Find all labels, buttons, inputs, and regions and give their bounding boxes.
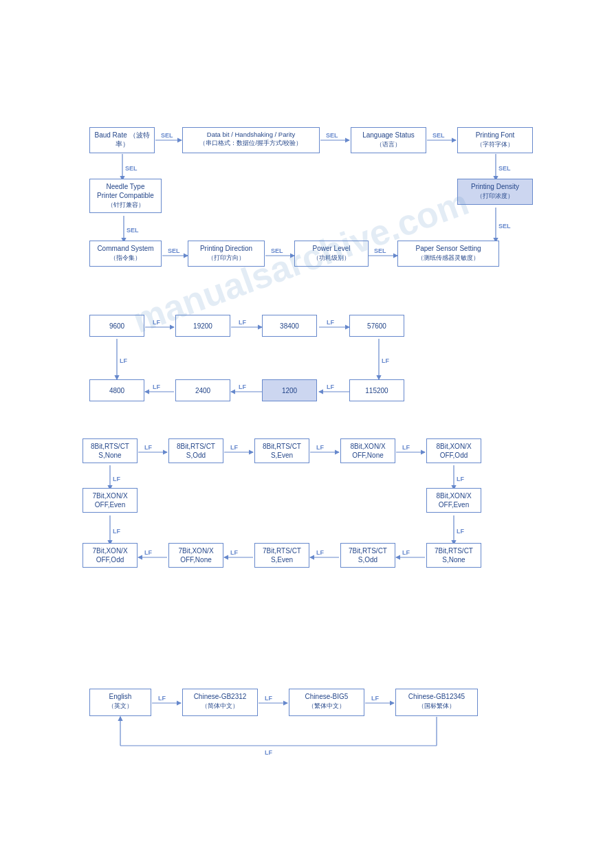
box-38400: 38400 — [262, 315, 317, 337]
box-data-bit: Data bit / Handshaking / Parity （串口格式：数据… — [182, 127, 320, 153]
svg-text:LF: LF — [316, 444, 324, 451]
box-d3: 8Bit,RTS/CTS,Even — [254, 438, 309, 463]
box-1200: 1200 — [262, 379, 317, 401]
svg-text:LF: LF — [113, 528, 120, 535]
svg-text:SEL: SEL — [168, 247, 180, 254]
svg-text:SEL: SEL — [271, 247, 283, 254]
box-power-level: Power Level（功耗级别） — [294, 241, 369, 267]
svg-text:LF: LF — [239, 319, 246, 326]
svg-text:LF: LF — [457, 476, 464, 482]
box-d5: 8Bit,XON/XOFF,Odd — [426, 438, 481, 463]
box-115200: 115200 — [349, 379, 404, 401]
box-d2: 8Bit,RTS/CTS,Odd — [168, 438, 223, 463]
svg-text:LF: LF — [316, 549, 324, 556]
box-2400: 2400 — [175, 379, 230, 401]
svg-text:SEL: SEL — [498, 223, 511, 230]
svg-text:LF: LF — [153, 319, 160, 326]
svg-text:LF: LF — [239, 383, 246, 390]
box-chinese-gb2312: Chinese-GB2312（简体中文） — [182, 689, 258, 716]
box-d8: 7Bit,XON/XOFF,Odd — [83, 543, 138, 568]
svg-text:LF: LF — [265, 749, 272, 756]
box-57600: 57600 — [349, 315, 404, 337]
box-english: English（英文） — [89, 689, 151, 716]
box-baud-rate: Baud Rate （波特率） — [89, 127, 155, 153]
svg-text:LF: LF — [158, 695, 166, 702]
svg-text:SEL: SEL — [374, 247, 386, 254]
svg-text:LF: LF — [327, 383, 334, 390]
svg-text:LF: LF — [144, 549, 152, 556]
box-language-status: Language Status（语言） — [351, 127, 426, 153]
svg-text:SEL: SEL — [326, 132, 338, 139]
svg-text:LF: LF — [371, 695, 379, 702]
box-command-system: Command System（指令集） — [89, 241, 162, 267]
svg-text:SEL: SEL — [127, 227, 139, 234]
svg-text:LF: LF — [230, 444, 238, 451]
box-d4: 8Bit,XON/XOFF,None — [340, 438, 395, 463]
svg-text:LF: LF — [230, 549, 238, 556]
box-4800: 4800 — [89, 379, 144, 401]
box-d1: 8Bit,RTS/CTS,None — [83, 438, 138, 463]
svg-text:SEL: SEL — [125, 165, 138, 172]
svg-text:LF: LF — [382, 357, 389, 364]
svg-text:LF: LF — [327, 319, 334, 326]
box-paper-sensor: Paper Sensor Setting（测纸传感器灵敏度） — [397, 241, 499, 267]
box-printing-density: Printing Density（打印浓度） — [457, 179, 533, 205]
svg-text:SEL: SEL — [161, 132, 173, 139]
box-needle-type: Needle TypePrinter Compatible（针打兼容） — [89, 179, 162, 213]
box-chinese-gb12345: Chinese-GB12345（国标繁体） — [395, 689, 478, 716]
box-printing-font: Printing Font（字符字体） — [457, 127, 533, 153]
svg-text:LF: LF — [144, 444, 152, 451]
svg-text:SEL: SEL — [432, 132, 445, 139]
box-d11: 7Bit,RTS/CTS,Odd — [340, 543, 395, 568]
svg-text:LF: LF — [153, 383, 160, 390]
svg-text:LF: LF — [120, 357, 127, 364]
box-d6: 7Bit,XON/XOFF,Even — [83, 488, 138, 513]
box-d10: 7Bit,RTS/CTS,Even — [254, 543, 309, 568]
box-9600: 9600 — [89, 315, 144, 337]
box-d7: 8Bit,XON/XOFF,Even — [426, 488, 481, 513]
box-printing-direction: Printing Direction（打印方向） — [188, 241, 265, 267]
svg-text:SEL: SEL — [498, 165, 511, 172]
box-d12: 7Bit,RTS/CTS,None — [426, 543, 481, 568]
box-19200: 19200 — [175, 315, 230, 337]
box-chinese-big5: Chinese-BIG5（繁体中文） — [289, 689, 364, 716]
svg-text:LF: LF — [457, 528, 464, 535]
svg-text:LF: LF — [265, 695, 272, 702]
svg-text:LF: LF — [113, 476, 120, 482]
box-d9: 7Bit,XON/XOFF,None — [168, 543, 223, 568]
diagram-container: manualsarchive.com SEL SEL SEL SEL SEL S… — [0, 0, 614, 868]
svg-text:LF: LF — [402, 444, 410, 451]
svg-text:LF: LF — [402, 549, 410, 556]
